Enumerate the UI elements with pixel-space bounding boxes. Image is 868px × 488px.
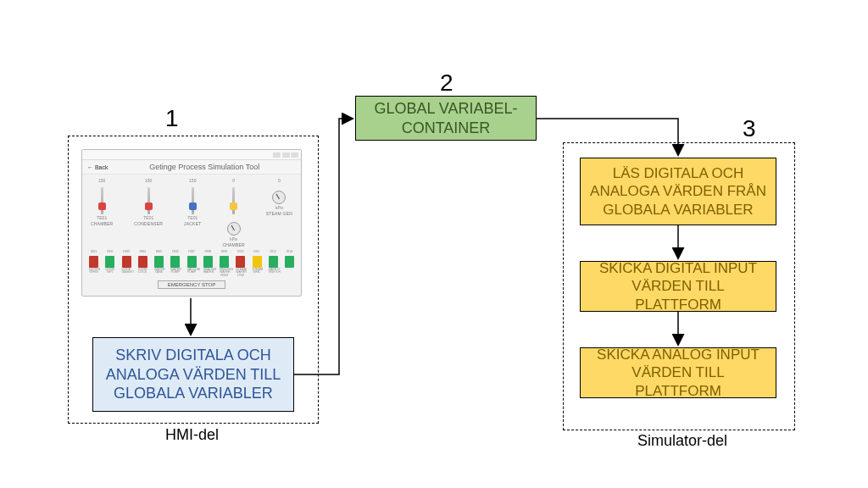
led-icon bbox=[220, 256, 229, 268]
simulator-region-label: Simulator-del bbox=[637, 432, 727, 450]
hmi-back-button: ← Back bbox=[87, 164, 108, 170]
led-icon bbox=[170, 256, 180, 268]
yellow-read-box: LÄS DIGITALA OCH ANALOGA VÄRDEN FRÅN GLO… bbox=[580, 158, 776, 225]
led-icon bbox=[138, 256, 147, 268]
dial-icon bbox=[227, 222, 241, 236]
hmi-header: ← Back Getinge Process Simulation Tool bbox=[82, 160, 301, 175]
green-line1: GLOBAL VARIABEL- bbox=[374, 99, 517, 119]
hmi-screenshot: ← Back Getinge Process Simulation Tool 1… bbox=[81, 149, 302, 297]
led-icon bbox=[285, 256, 294, 268]
step-number-1: 1 bbox=[165, 105, 179, 132]
hmi-led-row bbox=[82, 254, 301, 268]
hmi-gauge-row: 150TE01CHAMBER 150TE01CONDENSER 150TE01J… bbox=[82, 175, 301, 249]
yellow-digital-text: SKICKA DIGITAL INPUT VÄRDEN TILL PLATTFO… bbox=[589, 259, 767, 313]
hmi-led-labels: DOORS OPENDOOR KEYDOOR GASKETDOOR LOCKWA… bbox=[82, 268, 301, 278]
yellow-analog-box: SKICKA ANALOG INPUT VÄRDEN TILL PLATTFOR… bbox=[580, 347, 776, 398]
led-icon bbox=[154, 256, 164, 268]
hmi-emergency-stop: EMERGENCY STOP bbox=[158, 280, 225, 289]
led-icon bbox=[203, 256, 213, 268]
slider-icon bbox=[192, 187, 194, 214]
yellow-analog-text: SKICKA ANALOG INPUT VÄRDEN TILL PLATTFOR… bbox=[589, 346, 767, 400]
led-icon bbox=[269, 256, 278, 268]
slider-icon bbox=[101, 187, 103, 214]
green-line2: CONTAINER bbox=[402, 119, 491, 138]
hmi-window-titlebar bbox=[82, 150, 301, 160]
dial-icon bbox=[272, 191, 286, 204]
blue-write-box: SKRIV DIGITALA OCH ANALOGA VÄRDEN TILL G… bbox=[92, 337, 294, 412]
blue-write-text: SKRIV DIGITALA OCH ANALOGA VÄRDEN TILL G… bbox=[102, 346, 285, 403]
slider-icon bbox=[232, 187, 235, 214]
hmi-region-label: HMI-del bbox=[165, 426, 219, 444]
green-container-box: GLOBAL VARIABEL- CONTAINER bbox=[355, 96, 537, 141]
led-icon bbox=[89, 256, 98, 268]
led-icon bbox=[187, 256, 197, 268]
yellow-read-text: LÄS DIGITALA OCH ANALOGA VÄRDEN FRÅN GLO… bbox=[589, 164, 767, 219]
slider-icon bbox=[147, 187, 150, 214]
led-icon bbox=[253, 256, 262, 268]
hmi-title: Getinge Process Simulation Tool bbox=[114, 163, 296, 171]
led-icon bbox=[122, 256, 131, 268]
led-icon bbox=[236, 256, 245, 268]
step-number-2: 2 bbox=[440, 69, 453, 97]
yellow-digital-box: SKICKA DIGITAL INPUT VÄRDEN TILL PLATTFO… bbox=[580, 261, 776, 312]
led-icon bbox=[105, 256, 114, 268]
step-number-3: 3 bbox=[743, 115, 756, 142]
